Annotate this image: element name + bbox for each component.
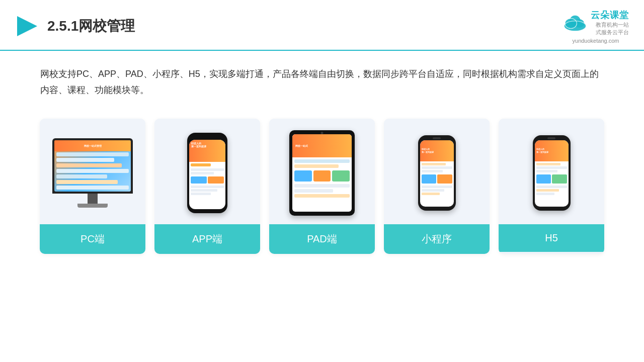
card-pc-label: PC端 (40, 224, 145, 254)
card-pc: 网校一站式管理 (40, 119, 145, 254)
mini-phone-mockup-1: 职进人的第一堂判提课 (418, 135, 456, 211)
card-pad: 网校一站式 (269, 119, 375, 254)
card-miniprogram-image: 职进人的第一堂判提课 (384, 119, 490, 224)
card-pad-label: PAD端 (269, 224, 375, 254)
cloud-icon (562, 14, 588, 32)
logo-area: 云朵课堂 教育机构一站式服务云平台 yunduoketang.com (562, 9, 629, 44)
logo-text-group: 云朵课堂 教育机构一站式服务云平台 (591, 9, 629, 37)
svg-marker-0 (17, 16, 37, 36)
logo-url: yunduoketang.com (573, 38, 619, 44)
card-miniprogram: 职进人的第一堂判提课 (384, 119, 490, 254)
h5-phone-mockup: 职进人的第一堂判提课 (533, 135, 571, 211)
logo-name: 云朵课堂 (591, 9, 629, 21)
card-pc-image: 网校一站式管理 (40, 119, 145, 224)
logo-slogan: 教育机构一站式服务云平台 (591, 21, 629, 37)
phone-mockup-app: 职进人的第一堂判提课 (187, 133, 227, 213)
pc-mockup: 网校一站式管理 (52, 138, 133, 208)
card-app: 职进人的第一堂判提课 (154, 119, 260, 254)
header: 2.5.1网校管理 云朵课堂 教育机构一站式服务云平台 yunduoketang… (0, 0, 644, 51)
tablet-mockup: 网校一站式 (289, 130, 355, 216)
cards-container: 网校一站式管理 (0, 114, 644, 264)
header-left: 2.5.1网校管理 (15, 14, 135, 38)
card-pad-image: 网校一站式 (269, 119, 375, 224)
page-title: 2.5.1网校管理 (47, 17, 135, 36)
card-h5: 职进人的第一堂判提课 (499, 119, 604, 254)
card-h5-label: H5 (499, 224, 604, 252)
play-icon (15, 14, 39, 38)
card-h5-image: 职进人的第一堂判提课 (499, 119, 604, 224)
description-text: 网校支持PC、APP、PAD、小程序、H5，实现多端打通，产品各终端自由切换，数… (0, 51, 644, 109)
card-app-image: 职进人的第一堂判提课 (154, 119, 260, 224)
card-app-label: APP端 (154, 224, 260, 254)
card-miniprogram-label: 小程序 (384, 224, 490, 254)
logo-cloud: 云朵课堂 教育机构一站式服务云平台 (562, 9, 629, 37)
